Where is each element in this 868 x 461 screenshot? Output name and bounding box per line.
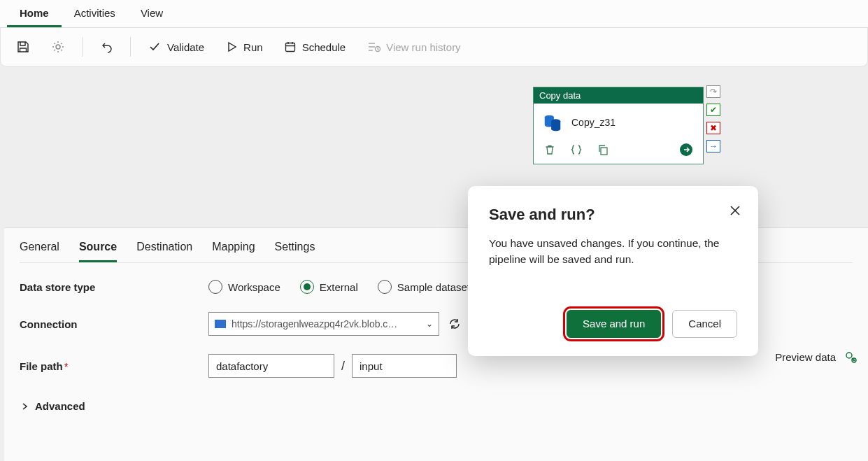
radio-workspace-label: Workspace (228, 281, 280, 293)
chevron-right-icon (20, 402, 29, 411)
activity-name: Copy_z31 (571, 117, 616, 128)
schedule-button[interactable]: Schedule (277, 36, 353, 57)
run-button[interactable]: Run (218, 36, 270, 57)
toolbar-separator (130, 37, 131, 57)
run-forward-icon[interactable] (679, 143, 693, 157)
save-and-run-dialog: Save and run? You have unsaved changes. … (468, 186, 758, 356)
tab-home[interactable]: Home (7, 0, 62, 27)
settings-button[interactable] (44, 36, 72, 58)
save-button[interactable] (9, 36, 37, 58)
connection-value: https://storagenlweazpq4r2vk.blob.c… (232, 318, 420, 329)
dialog-body: You have unsaved changes. If you continu… (489, 235, 737, 268)
tab-general[interactable]: General (20, 241, 59, 262)
file-path-container-input[interactable] (208, 354, 334, 378)
refresh-icon[interactable] (448, 317, 462, 331)
radio-external-label: External (320, 281, 358, 293)
state-handle-failure[interactable]: ✖ (706, 122, 720, 134)
svg-rect-5 (601, 148, 607, 155)
connection-label: Connection (20, 318, 208, 330)
connection-dropdown[interactable]: https://storagenlweazpq4r2vk.blob.c… ⌄ (208, 312, 439, 336)
tab-destination[interactable]: Destination (136, 241, 192, 262)
chevron-down-icon: ⌄ (426, 319, 433, 329)
close-icon (729, 204, 741, 217)
advanced-toggle[interactable]: Advanced (20, 396, 853, 412)
dialog-title: Save and run? (489, 206, 737, 224)
tab-settings[interactable]: Settings (275, 241, 315, 262)
validate-button[interactable]: Validate (141, 36, 211, 58)
run-history-icon (367, 41, 380, 53)
validate-label: Validate (167, 41, 204, 53)
save-and-run-button[interactable]: Save and run (567, 310, 661, 338)
svg-point-7 (846, 353, 852, 358)
cancel-button[interactable]: Cancel (672, 310, 737, 338)
state-handle-success[interactable]: ✔ (706, 104, 720, 116)
toolbar: Validate Run Schedule View run history (0, 28, 868, 66)
preview-data-button[interactable]: Preview data (775, 350, 857, 363)
undo-icon (99, 40, 113, 54)
svg-rect-1 (285, 43, 294, 52)
play-icon (225, 41, 238, 53)
braces-icon[interactable] (570, 143, 583, 156)
path-slash: / (341, 359, 345, 374)
schedule-label: Schedule (302, 41, 346, 53)
activity-title: Copy data (534, 87, 703, 104)
copy-data-icon (542, 112, 563, 133)
run-label: Run (243, 41, 263, 53)
svg-point-0 (56, 45, 60, 49)
radio-sample-dataset[interactable]: Sample dataset (378, 280, 470, 294)
top-nav: Home Activities View (0, 0, 868, 28)
preview-config-icon[interactable] (844, 350, 857, 363)
data-store-type-label: Data store type (20, 281, 208, 293)
file-path-label: File path* (20, 360, 208, 372)
state-handle-complete[interactable]: → (706, 140, 720, 153)
radio-external[interactable]: External (300, 280, 358, 294)
toolbar-separator (82, 37, 83, 57)
undo-button[interactable] (92, 36, 120, 58)
tab-source[interactable]: Source (79, 241, 117, 262)
dialog-close-button[interactable] (726, 201, 744, 222)
gear-icon (51, 40, 65, 54)
copy-icon[interactable] (597, 143, 609, 156)
copy-data-activity[interactable]: Copy data Copy_z31 (533, 87, 704, 164)
file-path-directory-input[interactable] (352, 354, 457, 378)
check-icon (148, 40, 162, 54)
view-run-history-button[interactable]: View run history (360, 36, 467, 57)
storage-icon (215, 320, 226, 328)
tab-view[interactable]: View (128, 0, 176, 27)
tab-mapping[interactable]: Mapping (212, 241, 255, 262)
activity-state-handles: ↷ ✔ ✖ → (706, 85, 720, 153)
save-icon (16, 40, 30, 54)
run-history-label: View run history (386, 41, 460, 53)
radio-workspace[interactable]: Workspace (208, 280, 280, 294)
tab-activities[interactable]: Activities (62, 0, 128, 27)
radio-sample-label: Sample dataset (397, 281, 470, 293)
calendar-icon (284, 41, 297, 53)
state-handle-skip[interactable]: ↷ (706, 85, 720, 98)
delete-icon[interactable] (543, 143, 556, 156)
